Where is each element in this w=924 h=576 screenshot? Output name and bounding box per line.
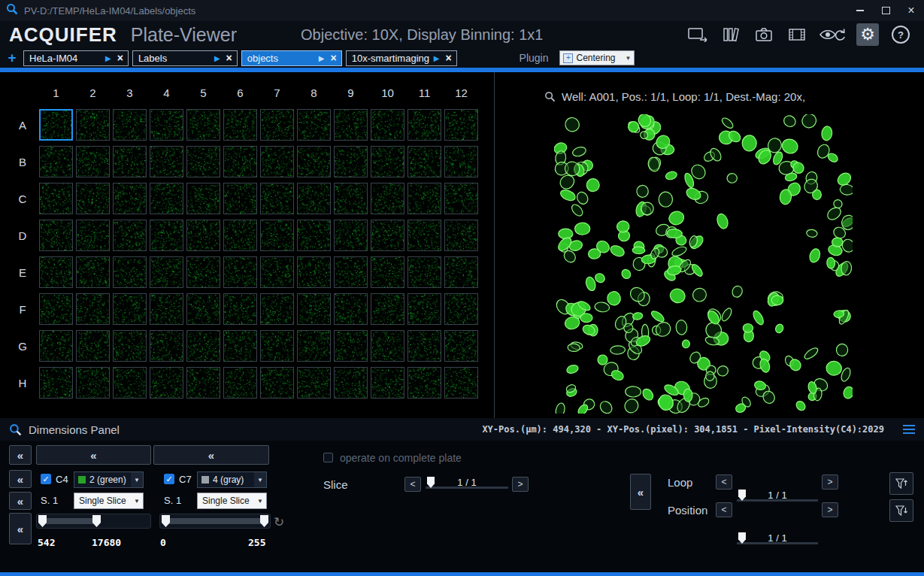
well-G7[interactable] xyxy=(260,330,294,362)
well-D9[interactable] xyxy=(334,220,368,251)
range-min-handle[interactable] xyxy=(162,515,170,527)
channel-c7-lut-dropdown[interactable]: 4 (gray) ▼ xyxy=(197,471,267,488)
tab-close-icon[interactable]: × xyxy=(113,53,128,63)
well-C9[interactable] xyxy=(334,183,368,214)
well-A4[interactable] xyxy=(150,109,183,141)
well-G3[interactable] xyxy=(113,330,147,362)
well-H4[interactable] xyxy=(150,367,183,399)
channel-c4-slicemode-dropdown[interactable]: Single Slice ▼ xyxy=(74,493,144,509)
tab-10x-smartimaging[interactable]: 10x-smartimaging ▶ × xyxy=(346,50,457,66)
menu-icon[interactable] xyxy=(903,425,915,434)
reset-range-icon[interactable]: ↻ xyxy=(274,516,284,529)
well-E3[interactable] xyxy=(113,256,147,288)
well-B8[interactable] xyxy=(297,146,331,177)
well-H8[interactable] xyxy=(297,367,331,399)
channel-c4-lut-dropdown[interactable]: 2 (green) ▼ xyxy=(74,471,144,488)
well-F4[interactable] xyxy=(150,293,183,325)
add-dataset-button[interactable]: + xyxy=(5,50,20,66)
well-H9[interactable] xyxy=(334,367,368,399)
tab-play-icon[interactable]: ▶ xyxy=(317,54,326,62)
well-A7[interactable] xyxy=(260,109,294,141)
well-C8[interactable] xyxy=(297,183,331,214)
range-max-handle[interactable] xyxy=(260,515,268,527)
library-button[interactable] xyxy=(720,23,742,46)
range-min-handle[interactable] xyxy=(38,515,47,527)
tab-play-icon[interactable]: ▶ xyxy=(432,54,441,62)
screenshot-export-button[interactable] xyxy=(686,23,709,46)
well-G5[interactable] xyxy=(186,330,220,362)
well-D4[interactable] xyxy=(150,220,183,251)
range-max-handle[interactable] xyxy=(92,515,101,527)
well-G12[interactable] xyxy=(444,330,478,362)
well-F11[interactable] xyxy=(407,293,441,325)
slice-slider[interactable]: 1 / 1 xyxy=(426,477,508,492)
loop-position-collapse-button[interactable]: « xyxy=(630,474,651,510)
well-D3[interactable] xyxy=(113,220,147,251)
minimize-button[interactable] xyxy=(847,0,873,21)
slice-next-button[interactable]: > xyxy=(512,477,529,492)
well-E8[interactable] xyxy=(297,256,331,288)
tab-play-icon[interactable]: ▶ xyxy=(213,54,222,62)
well-E7[interactable] xyxy=(260,256,294,288)
collapse-button-4[interactable]: « xyxy=(9,513,32,544)
well-B5[interactable] xyxy=(186,146,220,177)
slice-prev-button[interactable]: < xyxy=(404,477,421,492)
channel-c7-range-slider[interactable] xyxy=(159,514,271,529)
well-A3[interactable] xyxy=(113,109,147,141)
tab-close-icon[interactable]: × xyxy=(441,53,456,63)
well-B11[interactable] xyxy=(407,146,441,177)
well-C7[interactable] xyxy=(260,183,294,214)
well-H10[interactable] xyxy=(371,367,404,399)
well-B6[interactable] xyxy=(223,146,257,177)
well-F8[interactable] xyxy=(297,293,331,325)
well-G10[interactable] xyxy=(371,330,404,362)
well-H11[interactable] xyxy=(407,367,441,399)
well-B4[interactable] xyxy=(150,146,183,177)
well-C10[interactable] xyxy=(371,183,404,214)
well-A10[interactable] xyxy=(371,109,404,141)
operate-complete-plate-checkbox[interactable] xyxy=(323,453,333,462)
well-G4[interactable] xyxy=(150,330,183,362)
tab-close-icon[interactable]: × xyxy=(326,53,341,63)
filter-out-button[interactable] xyxy=(889,499,913,522)
tab-play-icon[interactable]: ▶ xyxy=(104,54,113,62)
tab-objects[interactable]: objects ▶ × xyxy=(241,50,342,66)
help-button[interactable]: ? xyxy=(889,23,912,46)
well-A11[interactable] xyxy=(407,109,441,141)
well-E4[interactable] xyxy=(150,256,183,288)
well-H5[interactable] xyxy=(186,367,220,399)
preview-image[interactable] xyxy=(554,114,853,414)
well-F12[interactable] xyxy=(444,293,478,325)
well-F7[interactable] xyxy=(260,293,294,325)
channel-1-collapse-button[interactable]: « xyxy=(36,445,151,465)
well-D11[interactable] xyxy=(407,220,441,251)
position-slider[interactable]: 1 / 1 xyxy=(737,532,818,547)
well-F5[interactable] xyxy=(186,293,220,325)
well-B2[interactable] xyxy=(76,146,110,177)
well-H2[interactable] xyxy=(76,367,110,399)
well-F1[interactable] xyxy=(39,293,73,325)
filter-in-button[interactable] xyxy=(889,472,913,495)
well-H7[interactable] xyxy=(260,367,294,399)
well-H12[interactable] xyxy=(444,367,478,399)
well-C11[interactable] xyxy=(407,183,441,214)
channel-c7-checkbox[interactable]: ✓ xyxy=(164,474,174,484)
well-B1[interactable] xyxy=(39,146,73,177)
channel-2-collapse-button[interactable]: « xyxy=(153,445,269,465)
tab-labels[interactable]: Labels ▶ × xyxy=(132,50,238,66)
well-D12[interactable] xyxy=(444,220,478,251)
close-button[interactable]: × xyxy=(898,0,924,21)
well-H3[interactable] xyxy=(113,367,147,399)
loop-prev-button[interactable]: < xyxy=(716,474,732,490)
well-A6[interactable] xyxy=(223,109,257,141)
well-H1[interactable] xyxy=(39,367,73,399)
well-A2[interactable] xyxy=(76,109,110,141)
well-D2[interactable] xyxy=(76,220,110,251)
channel-c7-slicemode-dropdown[interactable]: Single Slice ▼ xyxy=(197,493,267,509)
maximize-button[interactable] xyxy=(873,0,898,21)
well-G6[interactable] xyxy=(223,330,257,362)
well-E11[interactable] xyxy=(407,256,441,288)
well-G2[interactable] xyxy=(76,330,110,362)
well-D6[interactable] xyxy=(223,220,257,251)
position-prev-button[interactable]: < xyxy=(716,502,732,517)
